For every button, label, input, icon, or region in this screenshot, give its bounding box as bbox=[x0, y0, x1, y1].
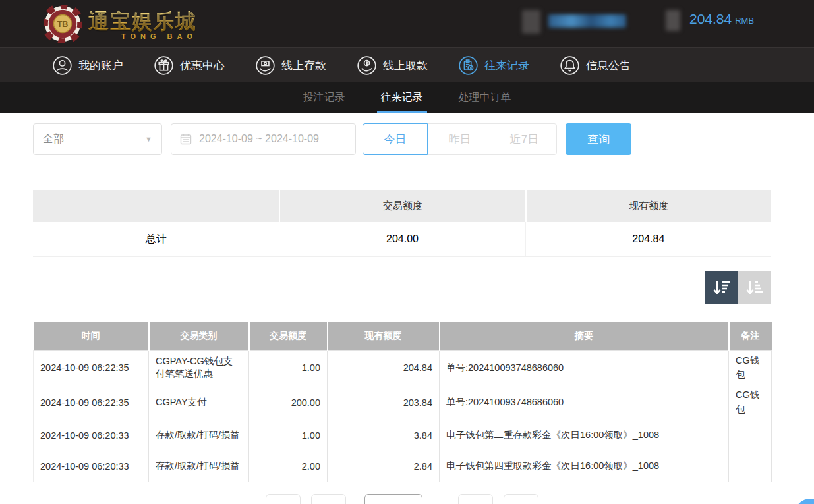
cell-current-amount: 2.84 bbox=[328, 451, 440, 482]
col-header-current-amount: 现有额度 bbox=[328, 322, 440, 350]
gift-icon bbox=[154, 56, 173, 75]
quick-button-last7days[interactable]: 近7日 bbox=[492, 123, 557, 155]
tab-processing-orders[interactable]: 处理中订单 bbox=[455, 82, 515, 113]
cell-current-amount: 204.84 bbox=[328, 350, 440, 385]
cell-transaction-type: 存款/取款/打码/损益 bbox=[149, 451, 249, 482]
nav-item-announcements[interactable]: 信息公告 bbox=[560, 56, 631, 75]
cell-note bbox=[729, 451, 772, 482]
calendar-icon bbox=[179, 132, 192, 146]
cell-note: CG钱包 bbox=[729, 350, 772, 385]
date-range-picker[interactable]: 2024-10-09 ~ 2024-10-09 bbox=[171, 123, 356, 155]
sort-descending-button[interactable] bbox=[705, 271, 738, 304]
summary-current-amount: 204.84 bbox=[525, 222, 771, 256]
brand-text: 通宝娱乐城 TONG BAO bbox=[88, 8, 197, 40]
tab-label: 投注记录 bbox=[303, 91, 345, 105]
table-row: 2024-10-09 06:20:33 存款/取款/打码/损益 1.00 3.8… bbox=[34, 420, 772, 451]
col-header-note: 备注 bbox=[729, 322, 772, 350]
nav-item-my-account[interactable]: 我的账户 bbox=[53, 56, 123, 75]
type-select-value: 全部 bbox=[43, 132, 64, 146]
quick-button-label: 近7日 bbox=[510, 132, 538, 147]
tab-transaction-records[interactable]: 往来记录 bbox=[377, 82, 427, 113]
pagination-page-indicator[interactable] bbox=[364, 494, 422, 504]
balance-amount: 204.84 bbox=[689, 11, 732, 26]
tab-label: 往来记录 bbox=[381, 91, 423, 105]
main-navigation: 我的账户 优惠中心 线上存款 线上取款 bbox=[0, 47, 814, 82]
cell-transaction-type: 存款/取款/打码/损益 bbox=[149, 420, 249, 451]
sort-ascending-icon bbox=[745, 277, 765, 297]
sort-descending-icon bbox=[712, 277, 732, 297]
chat-bubble-icon[interactable] bbox=[795, 499, 814, 504]
tab-betting-records[interactable]: 投注记录 bbox=[299, 82, 349, 113]
tab-label: 处理中订单 bbox=[459, 91, 511, 105]
cell-summary: 单号:202410093748686060 bbox=[440, 385, 729, 420]
summary-total-row: 总计 204.00 204.84 bbox=[33, 222, 771, 257]
summary-table: 交易额度 现有额度 总计 204.00 204.84 bbox=[33, 190, 771, 257]
cell-time: 2024-10-09 06:22:35 bbox=[34, 350, 149, 385]
table-row: 2024-10-09 06:22:35 CGPAY支付 200.00 203.8… bbox=[34, 385, 772, 420]
cell-transaction-type: CGPAY-CG钱包支付笔笔送优惠 bbox=[149, 350, 249, 385]
balance-currency: RMB bbox=[735, 16, 754, 26]
brand-title: 通宝娱乐城 bbox=[88, 8, 197, 36]
cell-note bbox=[729, 420, 772, 451]
nav-label: 信息公告 bbox=[586, 58, 631, 73]
user-avatar[interactable] bbox=[522, 10, 540, 34]
nav-label: 线上存款 bbox=[281, 58, 326, 73]
record-subtabs: 投注记录 往来记录 处理中订单 bbox=[0, 82, 814, 113]
quick-button-label: 昨日 bbox=[449, 132, 471, 147]
nav-item-promotions[interactable]: 优惠中心 bbox=[154, 56, 225, 75]
nav-item-online-deposit[interactable]: 线上存款 bbox=[256, 56, 326, 75]
cell-transaction-amount: 1.00 bbox=[249, 350, 328, 385]
bell-icon bbox=[560, 56, 579, 75]
username-redacted[interactable] bbox=[548, 14, 626, 28]
poker-chip-icon: TB bbox=[44, 5, 82, 43]
table-header-row: 时间 交易类别 交易额度 现有额度 摘要 备注 bbox=[34, 322, 772, 350]
pagination-button-2[interactable] bbox=[311, 494, 346, 504]
nav-label: 往来记录 bbox=[484, 58, 529, 73]
date-range-value: 2024-10-09 ~ 2024-10-09 bbox=[199, 133, 319, 145]
cell-current-amount: 203.84 bbox=[328, 385, 440, 420]
top-header-bar: TB 通宝娱乐城 TONG BAO 204.84RMB bbox=[0, 0, 814, 47]
cell-transaction-amount: 200.00 bbox=[249, 385, 328, 420]
col-header-transaction-type: 交易类别 bbox=[149, 322, 249, 350]
type-select[interactable]: 全部 ▼ bbox=[33, 123, 162, 155]
cell-time: 2024-10-09 06:20:33 bbox=[34, 451, 149, 482]
col-header-summary: 摘要 bbox=[440, 322, 729, 350]
quick-button-yesterday[interactable]: 昨日 bbox=[427, 123, 492, 155]
brand-subtitle: TONG BAO bbox=[88, 32, 197, 40]
summary-header-transaction-amount: 交易额度 bbox=[279, 190, 525, 222]
user-icon bbox=[53, 56, 72, 75]
nav-label: 线上取款 bbox=[383, 58, 428, 73]
cell-transaction-amount: 2.00 bbox=[249, 451, 328, 482]
quick-button-today[interactable]: 今日 bbox=[363, 123, 428, 155]
summary-header-current-amount: 现有额度 bbox=[525, 190, 771, 222]
cell-transaction-amount: 1.00 bbox=[249, 420, 328, 451]
transaction-record-icon bbox=[459, 56, 478, 75]
summary-header-empty bbox=[33, 190, 279, 222]
cell-summary: 电子钱包第四重取款彩金《次日16:00领取》_1008 bbox=[440, 451, 729, 482]
table-row: 2024-10-09 06:20:33 存款/取款/打码/损益 2.00 2.8… bbox=[34, 451, 772, 482]
wallet-icon[interactable] bbox=[666, 10, 680, 31]
nav-item-online-withdrawal[interactable]: 线上取款 bbox=[357, 56, 428, 75]
withdraw-hand-icon bbox=[357, 56, 376, 75]
pagination-button-1[interactable] bbox=[266, 494, 301, 504]
pagination-button-4[interactable] bbox=[458, 494, 493, 504]
cell-transaction-type: CGPAY支付 bbox=[149, 385, 249, 420]
summary-header-row: 交易额度 现有额度 bbox=[33, 190, 771, 222]
brand-logo[interactable]: TB 通宝娱乐城 TONG BAO bbox=[44, 5, 197, 43]
query-button[interactable]: 查询 bbox=[566, 123, 631, 155]
nav-label: 我的账户 bbox=[78, 58, 123, 73]
sort-ascending-button[interactable] bbox=[738, 271, 771, 304]
pagination-button-5[interactable] bbox=[504, 494, 538, 504]
nav-item-transaction-records[interactable]: 往来记录 bbox=[459, 56, 529, 75]
sort-buttons bbox=[705, 271, 771, 304]
cell-summary: 电子钱包第二重存款彩金《次日16:00领取》_1008 bbox=[440, 420, 729, 451]
quick-button-label: 今日 bbox=[384, 132, 407, 147]
cell-summary: 单号:202410093748686060 bbox=[440, 350, 729, 385]
col-header-time: 时间 bbox=[34, 322, 149, 350]
filter-bar: 全部 ▼ 2024-10-09 ~ 2024-10-09 今日 昨日 近7日 查… bbox=[33, 123, 631, 155]
table-row: 2024-10-09 06:22:35 CGPAY-CG钱包支付笔笔送优惠 1.… bbox=[34, 350, 772, 385]
svg-text:TB: TB bbox=[57, 20, 69, 29]
cell-time: 2024-10-09 06:22:35 bbox=[34, 385, 149, 420]
col-header-transaction-amount: 交易额度 bbox=[249, 322, 328, 350]
deposit-hand-icon bbox=[256, 56, 275, 75]
